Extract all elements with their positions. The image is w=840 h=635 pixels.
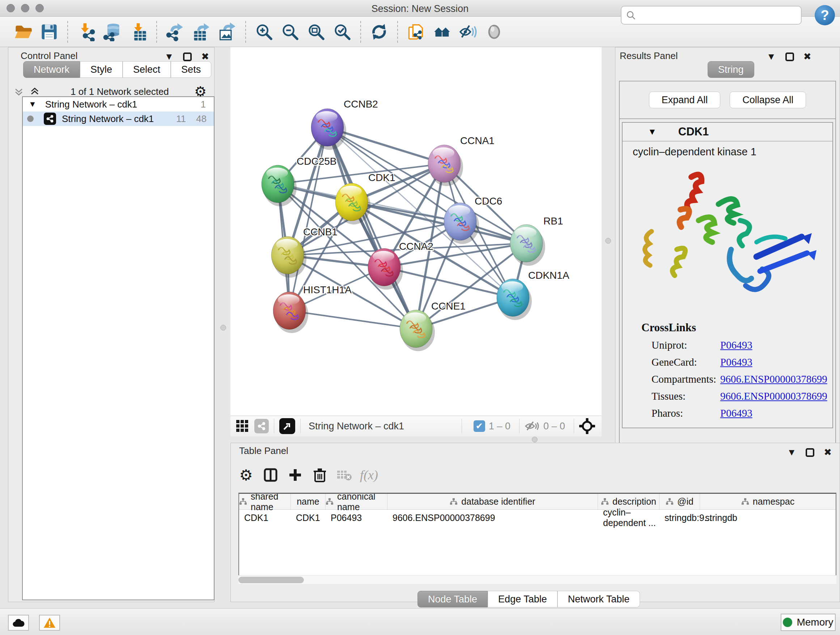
scrollbar-thumb[interactable] [238,577,304,583]
column-label: description [613,496,656,507]
detach-view-icon[interactable] [279,418,295,434]
show-all-networks-button[interactable] [431,21,453,43]
right-splitter-handle[interactable] [605,238,611,244]
node-HIST1H1A[interactable]: HIST1H1A [273,284,352,333]
panel-close-icon[interactable]: ✖ [804,51,812,62]
panel-menu-icon[interactable]: ▼ [767,51,776,62]
node-label-CCNE1: CCNE1 [431,301,466,312]
edge-HIST1H1A-CCNE1[interactable] [289,310,416,329]
cell-shared-name[interactable]: CDK1 [239,510,291,526]
import-network-button[interactable] [75,21,97,43]
grid-view-icon[interactable] [235,419,249,433]
panel-float-icon[interactable] [785,52,794,61]
column-header-canonical-name[interactable]: canonical name [325,494,387,509]
tab-node-table[interactable]: Node Table [417,591,488,608]
node-CCNB2[interactable]: CCNB2 [311,98,378,150]
network-collection-row[interactable]: ▼ String Network – cdk1 1 [23,97,214,111]
table-options-gear-icon[interactable]: ⚙ [238,467,254,483]
cell-database-identifier[interactable]: 9606.ENSP00000378699 [387,510,598,526]
search-input[interactable] [639,10,797,21]
panel-float-icon[interactable] [806,448,814,457]
node-RB1[interactable]: RB1 [510,215,563,266]
node-CCNA1[interactable]: CCNA1 [428,135,494,186]
tab-string[interactable]: String [707,61,754,78]
collapse-all-button[interactable]: Collapse All [729,92,806,108]
cell-at-id[interactable]: stringdb:9... [660,510,700,526]
zoom-in-button[interactable] [253,21,275,43]
cell-name[interactable]: CDK1 [291,510,325,526]
crosslink-link[interactable]: P06493 [720,356,752,368]
network-canvas[interactable]: CCNB2CCNA1CDC25BCDK1CDC6RB1CCNB1CCNA2CDK… [231,47,602,416]
cell-canonical-name[interactable]: P06493 [325,510,387,526]
table-horizontal-scrollbar[interactable] [238,575,836,584]
panel-close-icon[interactable]: ✖ [824,447,832,458]
panel-close-icon[interactable]: ✖ [201,51,209,62]
left-splitter-handle[interactable] [220,325,226,331]
crosslink-link[interactable]: 9606.ENSP00000378699 [720,390,827,402]
expand-all-networks-icon[interactable] [29,86,40,97]
zoom-fit-button[interactable] [305,21,327,43]
column-header-shared-name[interactable]: shared name [239,494,291,509]
open-session-button[interactable] [12,21,34,43]
tab-network[interactable]: Network [23,61,80,78]
column-header-at-id[interactable]: @id [660,494,700,509]
export-table-button[interactable] [190,21,212,43]
node-CDKN1A[interactable]: CDKN1A [497,270,569,320]
crosslink-link[interactable]: P06493 [720,339,752,351]
show-graphics-details-button[interactable] [483,21,505,43]
create-column-icon[interactable] [287,467,303,483]
node-CDC6[interactable]: CDC6 [444,195,502,244]
delete-column-icon[interactable] [312,467,328,483]
export-image-button[interactable] [216,21,238,43]
memory-button[interactable]: Memory [781,614,836,631]
warnings-button[interactable] [39,615,60,631]
tab-style[interactable]: Style [80,61,123,78]
node-CCNB1[interactable]: CCNB1 [271,226,338,278]
expand-all-button[interactable]: Expand All [649,92,721,108]
tab-network-table[interactable]: Network Table [557,591,640,608]
tab-edge-table[interactable]: Edge Table [488,591,557,608]
crosslink-link[interactable]: 9606.ENSP00000378699 [720,373,827,385]
collapse-all-networks-icon[interactable] [13,86,24,97]
import-network-from-database-button[interactable] [101,21,123,43]
search-box[interactable] [621,6,802,25]
zoom-selected-button[interactable] [331,21,354,43]
zoom-out-button[interactable] [279,21,302,43]
edge-CCNA2-CDKN1A[interactable] [384,267,513,298]
node-CCNE1[interactable]: CCNE1 [400,301,466,351]
panel-float-icon[interactable] [183,52,192,61]
hidden-eye-slash-icon[interactable] [524,420,540,432]
selected-checkbox-icon[interactable]: ✔ [474,420,485,432]
panel-menu-icon[interactable]: ▼ [787,447,796,458]
birds-eye-view-icon[interactable] [579,418,595,434]
column-header-name[interactable]: name [291,494,325,509]
crosslink-link[interactable]: P06493 [720,407,752,419]
bottom-splitter-handle[interactable] [532,437,538,442]
string-view-icon[interactable] [254,419,269,433]
gene-detail-card: ▼ CDK1 cyclin–dependent kinase 1 [622,122,833,428]
cell-description[interactable]: cyclin–dependent ... [598,510,660,526]
edge-CCNB2-CCNE1[interactable] [327,127,416,329]
cell-namespace[interactable]: stringdb [700,510,836,526]
column-header-namespace[interactable]: namespac [700,494,836,509]
tab-select[interactable]: Select [123,61,171,78]
gene-card-header[interactable]: ▼ CDK1 [622,123,832,141]
collection-expander-icon[interactable]: ▼ [28,100,36,109]
tab-sets[interactable]: Sets [171,61,211,78]
panel-menu-icon[interactable]: ▼ [164,51,174,62]
import-table-button[interactable] [127,21,149,43]
export-network-button[interactable] [164,21,186,43]
column-header-database-identifier[interactable]: database identifier [387,494,598,509]
clone-network-button[interactable] [405,21,427,43]
save-session-button[interactable] [38,21,60,43]
cloud-status-button[interactable] [8,615,29,631]
table-row[interactable]: CDK1CDK1P064939606.ENSP00000378699cyclin… [239,510,836,526]
hide-unhide-button[interactable] [457,21,479,43]
collapse-section-icon[interactable]: ▼ [648,127,657,137]
separator [274,419,274,433]
table-panel-window-icons: ▼ ✖ [787,447,832,458]
apply-layout-button[interactable] [368,21,390,43]
help-button[interactable]: ? [815,5,835,25]
show-columns-icon[interactable] [263,467,279,483]
network-row-selected[interactable]: String Network – cdk1 11 48 [23,111,214,126]
